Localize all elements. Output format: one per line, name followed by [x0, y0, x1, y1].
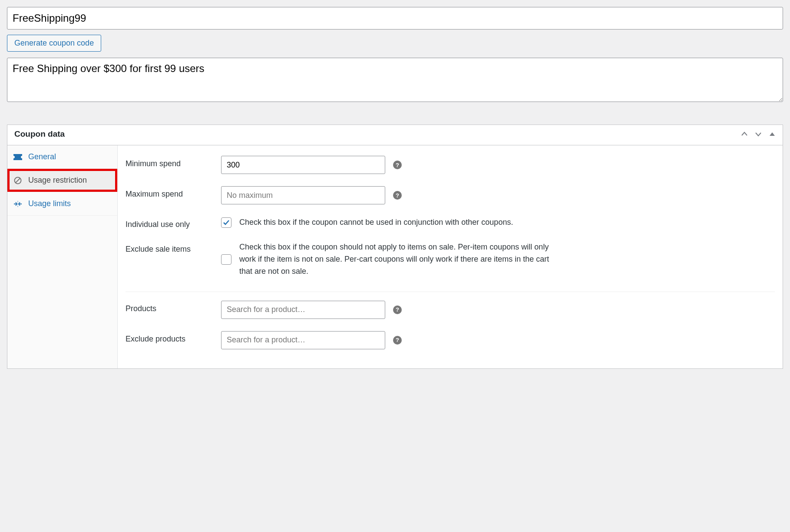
ticket-icon [13, 153, 22, 161]
coupon-description-input[interactable]: Free Shipping over $300 for first 99 use… [7, 58, 783, 102]
arrows-in-icon [13, 200, 22, 208]
minimum-spend-input[interactable] [221, 156, 385, 174]
products-label: Products [126, 301, 221, 313]
tab-usage-restriction[interactable]: Usage restriction [7, 169, 117, 192]
individual-use-checkbox[interactable] [221, 217, 231, 228]
products-input[interactable] [221, 301, 385, 319]
individual-use-label: Individual use only [126, 217, 221, 229]
coupon-tabs-sidebar: General Usage restriction Usage limits [7, 145, 118, 368]
panel-toggle-icon[interactable] [769, 131, 776, 138]
exclude-sale-label: Exclude sale items [126, 241, 221, 254]
coupon-code-input[interactable] [7, 7, 783, 30]
ban-icon [13, 176, 22, 185]
panel-move-down-icon[interactable] [755, 131, 762, 138]
tab-usage-restriction-label: Usage restriction [28, 176, 87, 185]
panel-title: Coupon data [14, 129, 65, 139]
tab-usage-limits[interactable]: Usage limits [7, 192, 117, 216]
help-icon[interactable]: ? [393, 336, 402, 345]
generate-coupon-code-button[interactable]: Generate coupon code [7, 35, 101, 52]
exclude-sale-checkbox[interactable] [221, 254, 231, 265]
maximum-spend-input[interactable] [221, 186, 385, 204]
svg-line-1 [16, 178, 20, 183]
minimum-spend-label: Minimum spend [126, 156, 221, 168]
tab-general-label: General [28, 152, 56, 161]
exclude-sale-text: Check this box if the coupon should not … [239, 241, 561, 278]
panel-move-up-icon[interactable] [741, 131, 748, 138]
exclude-products-label: Exclude products [126, 331, 221, 344]
coupon-data-panel: Coupon data General [7, 125, 783, 369]
help-icon[interactable]: ? [393, 305, 402, 314]
tab-general[interactable]: General [7, 145, 117, 169]
maximum-spend-label: Maximum spend [126, 186, 221, 199]
help-icon[interactable]: ? [393, 191, 402, 200]
tab-usage-limits-label: Usage limits [28, 199, 71, 208]
help-icon[interactable]: ? [393, 161, 402, 169]
exclude-products-input[interactable] [221, 331, 385, 349]
individual-use-text: Check this box if the coupon cannot be u… [239, 217, 513, 229]
